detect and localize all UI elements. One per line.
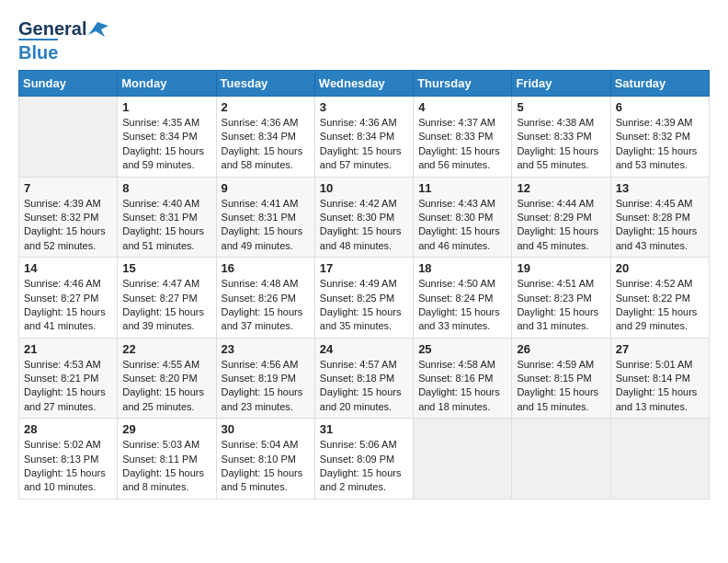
- sunset-text: Sunset: 8:16 PM: [418, 372, 506, 385]
- weekday-header: Thursday: [414, 71, 512, 97]
- daylight-text: Daylight: 15 hours and 48 minutes.: [320, 224, 408, 253]
- daylight-text: Daylight: 15 hours and 33 minutes.: [418, 305, 506, 334]
- sunset-text: Sunset: 8:18 PM: [320, 372, 408, 385]
- cell-content: Sunrise: 4:40 AM Sunset: 8:31 PM Dayligh…: [122, 197, 210, 254]
- calendar-cell: 26 Sunrise: 4:59 AM Sunset: 8:15 PM Dayl…: [512, 338, 610, 419]
- daylight-text: Daylight: 15 hours and 51 minutes.: [122, 224, 210, 253]
- daylight-text: Daylight: 15 hours and 27 minutes.: [24, 385, 112, 414]
- sunrise-text: Sunrise: 4:35 AM: [122, 116, 210, 130]
- daylight-text: Daylight: 15 hours and 20 minutes.: [320, 385, 408, 414]
- cell-content: Sunrise: 4:50 AM Sunset: 8:24 PM Dayligh…: [418, 277, 506, 334]
- day-number: 28: [24, 422, 112, 436]
- calendar-cell: 4 Sunrise: 4:37 AM Sunset: 8:33 PM Dayli…: [414, 97, 512, 178]
- sunrise-text: Sunrise: 4:39 AM: [616, 116, 704, 130]
- daylight-text: Daylight: 15 hours and 13 minutes.: [616, 385, 704, 414]
- calendar-week-row: 21 Sunrise: 4:53 AM Sunset: 8:21 PM Dayl…: [19, 338, 710, 419]
- day-number: 13: [616, 181, 704, 195]
- weekday-header: Sunday: [19, 71, 118, 97]
- sunset-text: Sunset: 8:34 PM: [320, 130, 408, 144]
- cell-content: Sunrise: 4:35 AM Sunset: 8:34 PM Dayligh…: [122, 116, 210, 173]
- sunrise-text: Sunrise: 5:02 AM: [24, 438, 112, 452]
- day-number: 7: [24, 181, 112, 195]
- day-number: 19: [517, 261, 605, 275]
- day-number: 16: [222, 261, 310, 275]
- daylight-text: Daylight: 15 hours and 46 minutes.: [418, 224, 506, 253]
- cell-content: Sunrise: 4:42 AM Sunset: 8:30 PM Dayligh…: [320, 197, 408, 254]
- cell-content: Sunrise: 5:03 AM Sunset: 8:11 PM Dayligh…: [122, 438, 210, 495]
- sunset-text: Sunset: 8:10 PM: [222, 453, 310, 466]
- day-number: 24: [320, 342, 408, 356]
- calendar-cell: 27 Sunrise: 5:01 AM Sunset: 8:14 PM Dayl…: [610, 338, 709, 419]
- sunset-text: Sunset: 8:34 PM: [122, 130, 210, 144]
- daylight-text: Daylight: 15 hours and 43 minutes.: [616, 224, 704, 253]
- daylight-text: Daylight: 15 hours and 2 minutes.: [320, 466, 408, 495]
- day-number: 8: [122, 181, 210, 195]
- sunrise-text: Sunrise: 4:53 AM: [24, 358, 112, 372]
- calendar-cell: 29 Sunrise: 5:03 AM Sunset: 8:11 PM Dayl…: [118, 419, 216, 500]
- weekday-header: Saturday: [610, 71, 709, 97]
- cell-content: Sunrise: 4:36 AM Sunset: 8:34 PM Dayligh…: [222, 116, 310, 173]
- sunrise-text: Sunrise: 4:58 AM: [418, 358, 506, 372]
- sunset-text: Sunset: 8:26 PM: [222, 292, 310, 305]
- sunset-text: Sunset: 8:31 PM: [122, 211, 210, 224]
- sunset-text: Sunset: 8:14 PM: [616, 372, 704, 385]
- sunrise-text: Sunrise: 4:36 AM: [320, 116, 408, 130]
- cell-content: Sunrise: 4:49 AM Sunset: 8:25 PM Dayligh…: [320, 277, 408, 334]
- calendar-cell: 17 Sunrise: 4:49 AM Sunset: 8:25 PM Dayl…: [314, 258, 413, 339]
- day-number: 21: [24, 342, 112, 356]
- cell-content: Sunrise: 5:06 AM Sunset: 8:09 PM Dayligh…: [320, 438, 408, 495]
- calendar-cell: 5 Sunrise: 4:38 AM Sunset: 8:33 PM Dayli…: [512, 97, 610, 178]
- sunset-text: Sunset: 8:13 PM: [24, 453, 112, 466]
- calendar-header: SundayMondayTuesdayWednesdayThursdayFrid…: [19, 71, 710, 97]
- sunrise-text: Sunrise: 4:50 AM: [418, 277, 506, 291]
- sunset-text: Sunset: 8:32 PM: [24, 211, 112, 224]
- sunrise-text: Sunrise: 4:52 AM: [616, 277, 704, 291]
- cell-content: Sunrise: 4:51 AM Sunset: 8:23 PM Dayligh…: [517, 277, 605, 334]
- sunrise-text: Sunrise: 4:49 AM: [320, 277, 408, 291]
- sunset-text: Sunset: 8:11 PM: [122, 453, 210, 466]
- daylight-text: Daylight: 15 hours and 57 minutes.: [320, 144, 408, 173]
- sunset-text: Sunset: 8:33 PM: [517, 130, 605, 144]
- daylight-text: Daylight: 15 hours and 35 minutes.: [320, 305, 408, 334]
- day-number: 6: [616, 100, 704, 114]
- sunset-text: Sunset: 8:28 PM: [616, 211, 704, 224]
- daylight-text: Daylight: 15 hours and 31 minutes.: [517, 305, 605, 334]
- header: General Blue: [18, 18, 710, 63]
- day-number: 29: [122, 422, 210, 436]
- weekday-header: Monday: [118, 71, 216, 97]
- day-number: 1: [122, 100, 210, 114]
- weekday-header: Tuesday: [216, 71, 314, 97]
- sunrise-text: Sunrise: 5:03 AM: [122, 438, 210, 452]
- day-number: 2: [222, 100, 310, 114]
- logo-bird-icon: [88, 20, 108, 37]
- calendar-cell: 30 Sunrise: 5:04 AM Sunset: 8:10 PM Dayl…: [216, 419, 314, 500]
- daylight-text: Daylight: 15 hours and 56 minutes.: [418, 144, 506, 173]
- cell-content: Sunrise: 4:44 AM Sunset: 8:29 PM Dayligh…: [517, 197, 605, 254]
- sunrise-text: Sunrise: 5:01 AM: [616, 358, 704, 372]
- calendar-cell: 10 Sunrise: 4:42 AM Sunset: 8:30 PM Dayl…: [314, 177, 413, 258]
- sunrise-text: Sunrise: 4:36 AM: [222, 116, 310, 130]
- cell-content: Sunrise: 4:48 AM Sunset: 8:26 PM Dayligh…: [222, 277, 310, 334]
- day-number: 30: [222, 422, 310, 436]
- day-number: 23: [222, 342, 310, 356]
- day-number: 22: [122, 342, 210, 356]
- calendar-cell: 14 Sunrise: 4:46 AM Sunset: 8:27 PM Dayl…: [19, 258, 118, 339]
- cell-content: Sunrise: 5:02 AM Sunset: 8:13 PM Dayligh…: [24, 438, 112, 495]
- calendar-cell: 28 Sunrise: 5:02 AM Sunset: 8:13 PM Dayl…: [19, 419, 118, 500]
- calendar-cell: 31 Sunrise: 5:06 AM Sunset: 8:09 PM Dayl…: [314, 419, 413, 500]
- sunrise-text: Sunrise: 5:04 AM: [222, 438, 310, 452]
- day-number: 20: [616, 261, 704, 275]
- day-number: 5: [517, 100, 605, 114]
- day-number: 12: [517, 181, 605, 195]
- calendar-cell: 21 Sunrise: 4:53 AM Sunset: 8:21 PM Dayl…: [19, 338, 118, 419]
- sunset-text: Sunset: 8:25 PM: [320, 292, 408, 305]
- sunrise-text: Sunrise: 4:43 AM: [418, 197, 506, 211]
- sunrise-text: Sunrise: 4:48 AM: [222, 277, 310, 291]
- calendar-cell: 23 Sunrise: 4:56 AM Sunset: 8:19 PM Dayl…: [216, 338, 314, 419]
- calendar-cell: [19, 97, 118, 178]
- sunrise-text: Sunrise: 4:41 AM: [222, 197, 310, 211]
- daylight-text: Daylight: 15 hours and 41 minutes.: [24, 305, 112, 334]
- calendar-cell: 2 Sunrise: 4:36 AM Sunset: 8:34 PM Dayli…: [216, 97, 314, 178]
- cell-content: Sunrise: 4:38 AM Sunset: 8:33 PM Dayligh…: [517, 116, 605, 173]
- day-number: 9: [222, 181, 310, 195]
